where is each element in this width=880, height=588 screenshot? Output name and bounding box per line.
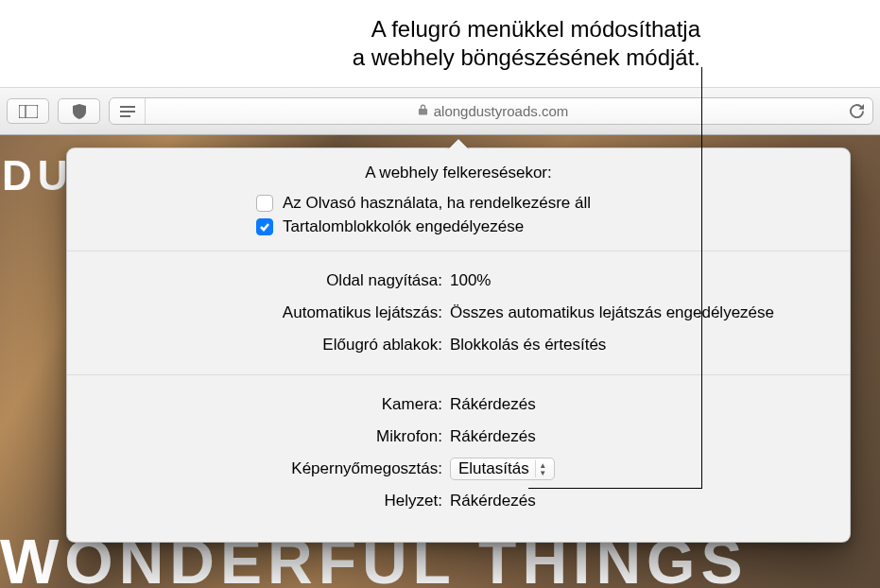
settings-group-2: Kamera: Rákérdezés Mikrofon: Rákérdezés … (67, 375, 850, 530)
screenshare-label: Képernyőmegosztás: (67, 459, 450, 478)
svg-rect-0 (19, 105, 38, 118)
reload-icon[interactable] (840, 104, 872, 118)
location-label: Helyzet: (67, 492, 450, 510)
reader-checkbox-row[interactable]: Az Olvasó használata, ha rendelkezésre á… (88, 194, 829, 213)
svg-rect-2 (120, 106, 135, 108)
content-blockers-checkbox-label: Tartalomblokkolók engedélyezése (283, 217, 524, 236)
popups-label: Előugró ablakok: (67, 336, 450, 355)
popups-value[interactable]: Blokkolás és értesítés (450, 336, 850, 355)
lock-icon (418, 103, 428, 119)
url-display: alongdustyroads.com (146, 103, 840, 119)
zoom-row[interactable]: Oldal nagyítása: 100% (67, 265, 850, 297)
camera-label: Kamera: (67, 395, 450, 414)
annotation-line1: A felugró menükkel módosíthatja (371, 16, 700, 42)
content-blockers-checkbox-row[interactable]: Tartalomblokkolók engedélyezése (88, 217, 829, 236)
select-stepper-icon: ▲▼ (535, 460, 550, 477)
content-blockers-checkbox[interactable] (256, 218, 273, 235)
zoom-value[interactable]: 100% (450, 271, 850, 290)
popover-title: A webhely felkeresésekor: (88, 164, 829, 182)
popups-row[interactable]: Előugró ablakok: Blokkolás és értesítés (67, 329, 850, 361)
autoplay-row[interactable]: Automatikus lejátszás: Összes automatiku… (67, 297, 850, 329)
microphone-value[interactable]: Rákérdezés (450, 427, 850, 446)
autoplay-value[interactable]: Összes automatikus lejátszás engedélyezé… (450, 303, 850, 322)
svg-rect-4 (120, 115, 130, 117)
settings-group-1: Oldal nagyítása: 100% Automatikus lejáts… (67, 251, 850, 374)
screenshare-value-wrap[interactable]: Elutasítás ▲▼ (450, 458, 850, 480)
camera-value[interactable]: Rákérdezés (450, 395, 850, 414)
location-value[interactable]: Rákérdezés (450, 492, 850, 510)
url-host-text: alongdustyroads.com (434, 103, 569, 119)
bg-text-top: DU (2, 152, 74, 199)
camera-row[interactable]: Kamera: Rákérdezés (67, 389, 850, 421)
browser-toolbar: alongdustyroads.com (0, 87, 880, 135)
zoom-label: Oldal nagyítása: (67, 271, 450, 290)
screenshare-row[interactable]: Képernyőmegosztás: Elutasítás ▲▼ (67, 453, 850, 485)
reader-checkbox[interactable] (256, 195, 273, 212)
reader-checkbox-label: Az Olvasó használata, ha rendelkezésre á… (283, 194, 591, 213)
popover-arrow (447, 139, 470, 150)
location-row[interactable]: Helyzet: Rákérdezés (67, 485, 850, 517)
microphone-label: Mikrofon: (67, 427, 450, 446)
privacy-shield-button[interactable] (58, 98, 100, 124)
screenshare-select[interactable]: Elutasítás ▲▼ (450, 458, 555, 480)
address-bar[interactable]: alongdustyroads.com (109, 97, 873, 125)
website-settings-popover: A webhely felkeresésekor: Az Olvasó hasz… (66, 147, 851, 543)
popover-header-section: A webhely felkeresésekor: Az Olvasó hasz… (67, 148, 850, 251)
annotation-caption: A felugró menükkel módosíthatja a webhel… (0, 0, 880, 87)
autoplay-label: Automatikus lejátszás: (67, 303, 450, 322)
svg-rect-3 (120, 111, 135, 112)
reader-mode-icon[interactable] (110, 98, 146, 124)
annotation-line2: a webhely böngészésének módját. (353, 44, 700, 70)
sidebar-toggle-button[interactable] (7, 98, 49, 124)
screenshare-select-value: Elutasítás (458, 459, 529, 478)
microphone-row[interactable]: Mikrofon: Rákérdezés (67, 421, 850, 453)
